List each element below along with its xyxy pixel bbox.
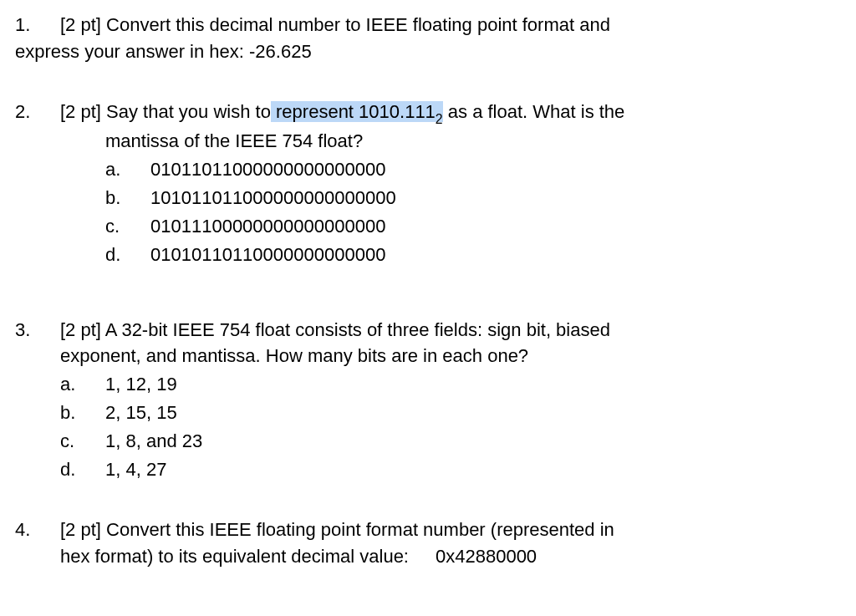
question-1-line1: [2 pt] Convert this decimal number to IE… [60,14,610,35]
question-2-option: a.01011011000000000000000 [105,156,841,183]
question-2-option-letter: a. [105,156,150,183]
question-3-line2: exponent, and mantissa. How many bits ar… [15,343,841,369]
question-2-option-text: 01011100000000000000000 [150,213,841,240]
question-2-option-letter: b. [105,185,150,211]
question-2-highlight: represent 1010.1112 [271,101,443,122]
question-4-number: 4. [15,517,60,543]
question-2-line1-a: [2 pt] Say that you wish to [60,101,271,122]
question-3-number: 3. [15,317,60,344]
question-2-option: c.01011100000000000000000 [105,213,841,240]
question-2: 2. [2 pt] Say that you wish to represent… [15,99,841,268]
question-2-row: 2. [2 pt] Say that you wish to represent… [15,99,841,128]
question-3-option: a.1, 12, 19 [60,371,841,398]
question-1-row: 1. [2 pt] Convert this decimal number to… [15,12,841,38]
question-2-option-text: 01011011000000000000000 [150,156,841,183]
question-3: 3. [2 pt] A 32-bit IEEE 754 float consis… [15,317,841,483]
question-1-body: [2 pt] Convert this decimal number to IE… [60,12,841,38]
question-3-option: d.1, 4, 27 [60,456,841,483]
question-3-option-letter: d. [60,456,105,483]
question-3-options: a.1, 12, 19b.2, 15, 15c.1, 8, and 23d.1,… [15,371,841,483]
question-4-body: [2 pt] Convert this IEEE floating point … [60,517,796,570]
question-4-value: 0x42880000 [436,546,537,567]
question-2-line1-b: as a float. What is the [443,101,625,122]
question-2-body: [2 pt] Say that you wish to represent 10… [60,99,841,128]
question-4-line1: [2 pt] Convert this IEEE floating point … [60,519,614,540]
question-1-number: 1. [15,12,60,38]
question-3-option: b.2, 15, 15 [60,400,841,426]
question-1-line2: express your answer in hex: -26.625 [15,38,841,65]
question-3-option-text: 1, 12, 19 [105,371,841,398]
question-3-option-letter: b. [60,400,105,426]
question-2-option-text: 101011011000000000000000 [150,185,841,211]
question-2-option: d.01010110110000000000000 [105,242,841,268]
question-3-option-letter: a. [60,371,105,398]
question-2-option-letter: c. [105,213,150,240]
question-2-line2: mantissa of the IEEE 754 float? [15,128,841,155]
question-4-row: 4. [2 pt] Convert this IEEE floating poi… [15,517,841,570]
question-4: 4. [2 pt] Convert this IEEE floating poi… [15,517,841,570]
question-3-option-text: 1, 8, and 23 [105,428,841,455]
question-4-line2a: hex format) to its equivalent decimal va… [60,546,409,567]
question-2-subscript: 2 [436,112,443,126]
question-3-option-text: 2, 15, 15 [105,400,841,426]
question-2-option-letter: d. [105,242,150,268]
question-2-option-text: 01010110110000000000000 [150,242,841,268]
question-2-options: a.01011011000000000000000b.1010110110000… [15,156,841,268]
question-3-option-letter: c. [60,428,105,455]
question-3-body: [2 pt] A 32-bit IEEE 754 float consists … [60,317,841,344]
question-1: 1. [2 pt] Convert this decimal number to… [15,12,841,65]
question-3-option: c.1, 8, and 23 [60,428,841,455]
question-2-number: 2. [15,99,60,125]
question-2-option: b.101011011000000000000000 [105,185,841,211]
question-2-highlight-text: represent 1010.111 [271,101,436,122]
question-3-row: 3. [2 pt] A 32-bit IEEE 754 float consis… [15,317,841,344]
question-3-option-text: 1, 4, 27 [105,456,841,483]
question-3-line1: [2 pt] A 32-bit IEEE 754 float consists … [60,319,610,340]
